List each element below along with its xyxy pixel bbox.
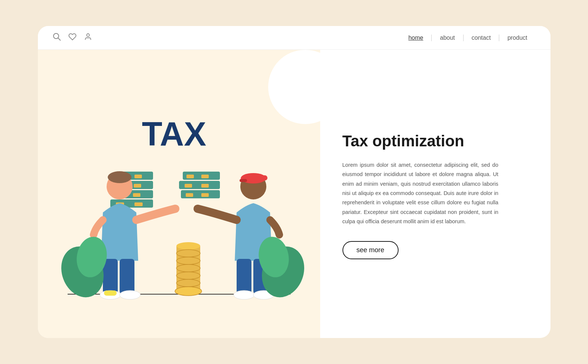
nav-link-about[interactable]: about [432,35,463,41]
svg-rect-22 [185,184,192,188]
svg-rect-14 [133,193,140,197]
svg-point-30 [176,250,200,257]
search-icon[interactable] [53,33,61,43]
svg-point-36 [175,287,202,296]
nav-links-group: home about contact product [400,35,535,41]
svg-point-0 [53,33,59,39]
svg-rect-20 [201,175,209,178]
svg-point-2 [87,34,89,36]
svg-rect-11 [134,184,141,188]
nav-link-contact[interactable]: contact [464,35,500,41]
svg-rect-47 [240,179,247,182]
nav-icons-group [53,33,92,43]
illustration-area: TAX [38,50,320,338]
text-area: Tax optimization Lorem ipsum dolor sit a… [320,50,550,338]
main-card: home about contact product TAX [38,26,550,338]
svg-line-1 [58,38,61,40]
svg-rect-40 [120,259,134,294]
page-title: Tax optimization [342,132,532,150]
svg-point-50 [234,290,254,299]
svg-point-31 [176,257,200,264]
page-wrapper: home about contact product TAX [23,15,565,349]
svg-rect-43 [104,290,117,296]
main-content: TAX [38,50,550,338]
svg-rect-8 [134,175,142,178]
svg-point-29 [176,242,200,250]
nav-link-home[interactable]: home [400,35,432,41]
heart-icon[interactable] [68,33,77,43]
svg-rect-23 [201,184,209,188]
svg-rect-25 [186,193,193,197]
svg-rect-48 [237,259,251,294]
page-body-text: Lorem ipsum dolor sit amet, consectetur … [342,160,498,227]
svg-text:TAX: TAX [142,116,206,153]
nav-link-product[interactable]: product [499,35,535,41]
svg-rect-26 [201,193,209,197]
user-icon[interactable] [84,33,92,43]
svg-rect-17 [134,202,143,206]
svg-point-33 [176,272,200,279]
see-more-button[interactable]: see more [342,241,399,259]
svg-point-38 [108,171,131,183]
svg-rect-19 [186,175,194,178]
svg-point-42 [120,290,140,299]
navbar: home about contact product [38,26,550,50]
svg-point-32 [176,264,200,272]
svg-point-34 [176,279,200,287]
